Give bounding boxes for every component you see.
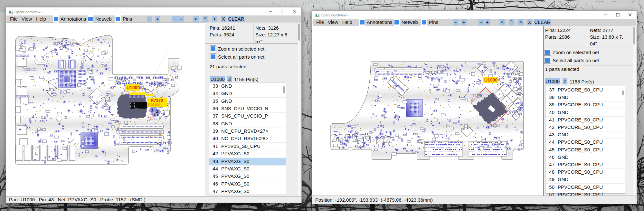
svg-text:1: 1: [151, 108, 153, 112]
svg-text:U1000: U1000: [127, 85, 140, 90]
svg-text:57: 57: [508, 110, 514, 115]
svg-text:R7330: R7330: [151, 98, 163, 103]
svg-text:U1000: U1000: [484, 77, 497, 82]
svg-text:C01100: C01100: [148, 103, 160, 107]
svg-text:2: 2: [150, 112, 151, 116]
svg-text:1H: 1H: [154, 113, 158, 117]
